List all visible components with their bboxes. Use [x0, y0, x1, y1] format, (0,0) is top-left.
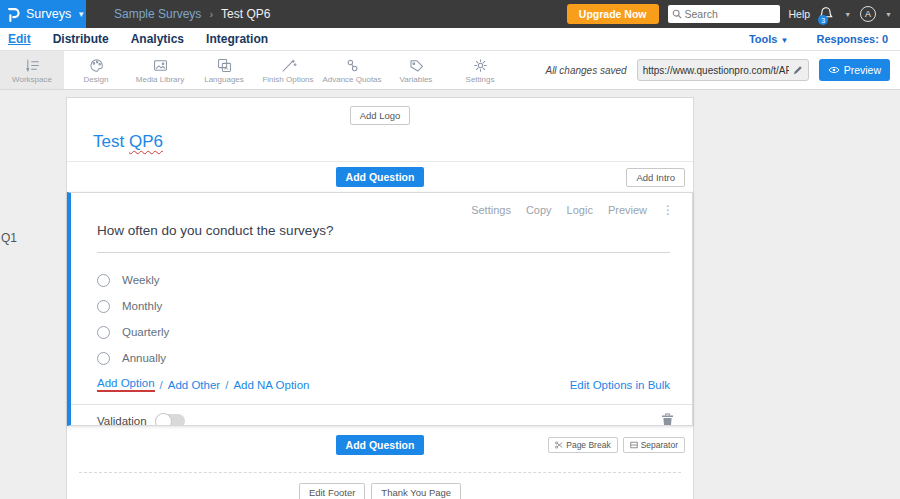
responses-count[interactable]: Responses: 0 — [816, 33, 888, 45]
radio-icon[interactable] — [97, 352, 110, 365]
delete-question-trash-icon[interactable] — [661, 413, 674, 426]
option-links-row: Add Option / Add Other / Add NA Option E… — [97, 377, 670, 392]
survey-title-misspelled-word: QP6 — [129, 132, 163, 151]
kebab-menu-icon[interactable]: ⋮ — [662, 203, 674, 217]
topbar: Surveys ▼ Sample Surveys › Test QP6 Upgr… — [0, 0, 900, 28]
add-question-button[interactable]: Add Question — [336, 167, 425, 187]
nav-tab[interactable]: Distribute — [53, 32, 109, 46]
question-card: SettingsCopyLogicPreview ⋮ How often do … — [67, 192, 693, 426]
toolbar-tab[interactable]: Advance Quotas — [320, 51, 384, 89]
toolbar-tab[interactable]: Settings — [448, 51, 512, 89]
nav-tab[interactable]: Integration — [206, 32, 268, 46]
search-icon — [672, 9, 682, 19]
survey-editor-content: Q1 Add Logo Test QP6 Add Question Add In… — [0, 91, 900, 499]
question-text[interactable]: How often do you conduct the surveys? — [97, 223, 670, 253]
add-na-option-link[interactable]: Add NA Option — [233, 379, 309, 391]
finish-options-icon — [280, 57, 297, 74]
option-label[interactable]: Weekly — [122, 274, 160, 286]
tools-menu[interactable]: Tools ▼ — [749, 33, 789, 45]
nav-tabs: EditDistributeAnalyticsIntegration — [8, 32, 268, 46]
add-logo-button[interactable]: Add Logo — [350, 106, 411, 125]
edit-footer-button[interactable]: Edit Footer — [299, 483, 365, 499]
settings-icon — [472, 57, 489, 74]
toolbar-tab[interactable]: Media Library — [128, 51, 192, 89]
radio-icon[interactable] — [97, 274, 110, 287]
topbar-right: Upgrade Now Help 3 ▼ A ▼ — [567, 4, 900, 24]
notifications-button[interactable]: 3 — [819, 6, 835, 22]
question-action-link[interactable]: Logic — [567, 204, 593, 216]
breadcrumb-current: Test QP6 — [221, 7, 270, 21]
add-option-link[interactable]: Add Option — [97, 377, 155, 392]
save-status: All changes saved — [545, 65, 626, 76]
scissors-icon — [555, 441, 563, 449]
breadcrumb: Sample Surveys › Test QP6 — [114, 7, 270, 21]
preview-button[interactable]: Preview — [819, 59, 890, 81]
option-label[interactable]: Monthly — [122, 300, 162, 312]
link-separator: / — [225, 379, 228, 391]
survey-nav: EditDistributeAnalyticsIntegration Tools… — [0, 28, 900, 51]
survey-url-box[interactable] — [637, 59, 809, 81]
validation-label: Validation — [97, 415, 147, 427]
help-link[interactable]: Help — [789, 8, 811, 20]
search-box[interactable] — [668, 5, 780, 23]
answer-option-row: Annually — [97, 345, 670, 371]
validation-toggle[interactable] — [155, 414, 185, 427]
option-label[interactable]: Annually — [122, 352, 166, 364]
breadcrumb-parent[interactable]: Sample Surveys — [114, 7, 201, 21]
add-other-link[interactable]: Add Other — [168, 379, 220, 391]
variables-icon — [408, 57, 425, 74]
product-switcher-label: Surveys — [26, 7, 71, 21]
separator-icon — [630, 441, 638, 449]
option-label[interactable]: Quarterly — [122, 326, 169, 338]
add-intro-button[interactable]: Add Intro — [626, 168, 685, 187]
answer-options-list: Weekly Monthly Quarterly — [97, 267, 670, 371]
survey-url-input[interactable] — [643, 65, 789, 76]
add-question-button[interactable]: Add Question — [336, 435, 425, 455]
toolbar-tab[interactable]: Variables — [384, 51, 448, 89]
page-break-button[interactable]: Page Break — [548, 437, 617, 453]
nav-tab[interactable]: Edit — [8, 32, 31, 46]
separator-button[interactable]: Separator — [623, 437, 685, 453]
question-action-link[interactable]: Copy — [526, 204, 552, 216]
toolbar-tab[interactable]: A Languages — [192, 51, 256, 89]
question-action-link[interactable]: Preview — [608, 204, 647, 216]
workspace-toolbar: Workspace Design Media Library A Languag… — [0, 51, 900, 90]
toolbar-tab[interactable]: Design — [64, 51, 128, 89]
question-action-link[interactable]: Settings — [471, 204, 511, 216]
chevron-down-icon[interactable]: ▼ — [844, 11, 851, 18]
chevron-down-icon[interactable]: ▼ — [885, 11, 892, 18]
questionpro-app: Surveys ▼ Sample Surveys › Test QP6 Upgr… — [0, 0, 900, 499]
product-switcher[interactable]: Surveys ▼ — [0, 0, 86, 28]
validation-row: Validation — [71, 404, 692, 426]
edit-url-pencil-icon[interactable] — [793, 65, 803, 75]
thank-you-page-button[interactable]: Thank You Page — [371, 483, 461, 499]
question-number-label: Q1 — [1, 231, 17, 245]
toolbar-right: All changes saved Preview — [545, 51, 900, 89]
questionpro-logo-icon — [6, 6, 20, 23]
radio-icon[interactable] — [97, 326, 110, 339]
toolbar-tabs: Workspace Design Media Library A Languag… — [0, 51, 512, 89]
upgrade-now-button[interactable]: Upgrade Now — [567, 4, 659, 24]
add-question-bar-bottom: Add Question Page Break Separator — [67, 430, 693, 460]
answer-option-row: Weekly — [97, 267, 670, 293]
languages-icon: A — [216, 57, 233, 74]
add-question-bar-top: Add Question Add Intro — [67, 162, 693, 192]
account-menu-button[interactable]: A — [860, 6, 876, 22]
survey-header-section: Add Logo Test QP6 — [67, 98, 693, 162]
footer-dashed-divider — [79, 472, 681, 473]
survey-footer-section: Edit Footer Thank You Page — [67, 472, 693, 499]
question-actions: SettingsCopyLogicPreview ⋮ — [71, 193, 692, 217]
radio-icon[interactable] — [97, 300, 110, 313]
search-input[interactable] — [685, 8, 771, 20]
media-library-icon — [152, 57, 169, 74]
edit-options-in-bulk-link[interactable]: Edit Options in Bulk — [570, 379, 670, 391]
svg-text:A: A — [224, 65, 228, 71]
nav-tab[interactable]: Analytics — [131, 32, 184, 46]
toolbar-tab[interactable]: Finish Options — [256, 51, 320, 89]
toolbar-tab[interactable]: Workspace — [0, 51, 64, 89]
nav-right: Tools ▼ Responses: 0 — [749, 33, 888, 45]
survey-title[interactable]: Test QP6 — [93, 132, 693, 152]
notification-count-badge: 3 — [818, 15, 828, 25]
answer-option-row: Quarterly — [97, 319, 670, 345]
workspace-icon — [24, 57, 41, 74]
